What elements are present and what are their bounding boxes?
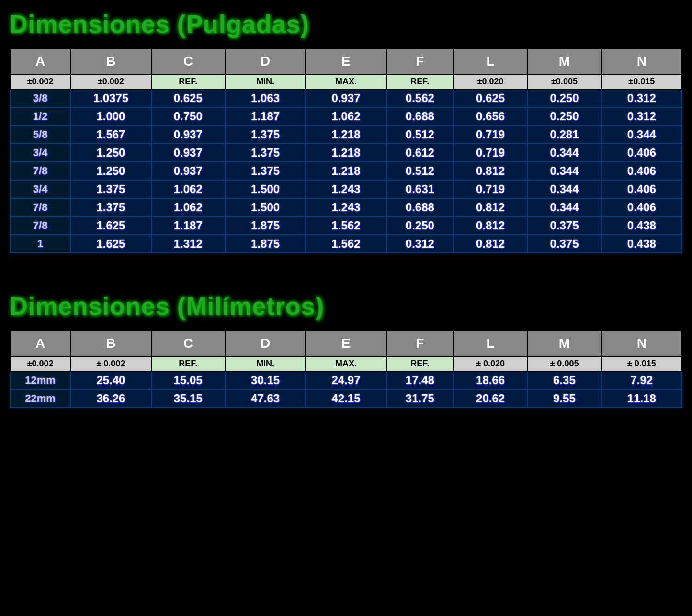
cell-mm-0-6: 18.66 — [454, 371, 527, 389]
cell-inches-7-1: 1.625 — [70, 217, 151, 235]
cell-inches-0-7: 0.250 — [527, 89, 601, 107]
tol-n-inches: ±0.015 — [601, 74, 682, 89]
cell-inches-1-5: 0.688 — [386, 107, 454, 125]
table-row: 3/41.3751.0621.5001.2430.6310.7190.3440.… — [10, 180, 682, 198]
table-row: 1/21.0000.7501.1871.0620.6880.6560.2500.… — [10, 107, 682, 125]
col-header-d: D — [225, 48, 306, 74]
cell-inches-5-8: 0.406 — [601, 180, 682, 198]
cell-inches-3-2: 0.937 — [151, 144, 225, 162]
cell-inches-4-5: 0.512 — [386, 162, 454, 180]
cell-inches-4-6: 0.812 — [454, 162, 527, 180]
tol-c-inches: REF. — [151, 74, 225, 89]
cell-inches-2-2: 0.937 — [151, 125, 225, 144]
cell-inches-8-6: 0.812 — [454, 235, 527, 253]
section-gap — [10, 273, 682, 292]
cell-inches-0-0: 3/8 — [10, 89, 70, 107]
cell-mm-1-6: 20.62 — [454, 389, 527, 408]
cell-inches-8-1: 1.625 — [70, 235, 151, 253]
cell-inches-1-8: 0.312 — [601, 107, 682, 125]
cell-inches-6-0: 7/8 — [10, 198, 70, 217]
cell-inches-5-5: 0.631 — [386, 180, 454, 198]
cell-mm-1-7: 9.55 — [527, 389, 601, 408]
cell-inches-3-1: 1.250 — [70, 144, 151, 162]
col-header-n-mm: N — [601, 331, 682, 356]
col-header-l-mm: L — [454, 331, 527, 356]
table-row: 7/81.6251.1871.8751.5620.2500.8120.3750.… — [10, 217, 682, 235]
cell-inches-8-3: 1.875 — [225, 235, 306, 253]
table-row: 12mm25.4015.0530.1524.9717.4818.666.357.… — [10, 371, 682, 389]
cell-inches-5-4: 1.243 — [306, 180, 386, 198]
tol-e-inches: MAX. — [306, 74, 386, 89]
cell-inches-6-8: 0.406 — [601, 198, 682, 217]
tol-e-mm: MAX. — [306, 356, 386, 371]
cell-inches-6-4: 1.243 — [306, 198, 386, 217]
cell-inches-3-0: 3/4 — [10, 144, 70, 162]
col-header-m-mm: M — [527, 331, 601, 356]
col-header-c-mm: C — [151, 331, 225, 356]
cell-inches-4-0: 7/8 — [10, 162, 70, 180]
cell-mm-0-8: 7.92 — [601, 371, 682, 389]
header-row-mm: A B C D E F L M N — [10, 331, 682, 356]
table-row: 11.6251.3121.8751.5620.3120.8120.3750.43… — [10, 235, 682, 253]
tol-f-mm: REF. — [386, 356, 454, 371]
cell-inches-4-8: 0.406 — [601, 162, 682, 180]
cell-mm-1-5: 31.75 — [386, 389, 454, 408]
cell-inches-3-4: 1.218 — [306, 144, 386, 162]
table-row: 5/81.5670.9371.3751.2180.5120.7190.2810.… — [10, 125, 682, 144]
cell-inches-1-3: 1.187 — [225, 107, 306, 125]
cell-inches-2-1: 1.567 — [70, 125, 151, 144]
cell-inches-0-6: 0.625 — [454, 89, 527, 107]
cell-inches-7-8: 0.438 — [601, 217, 682, 235]
cell-mm-0-1: 25.40 — [70, 371, 151, 389]
cell-inches-1-6: 0.656 — [454, 107, 527, 125]
cell-inches-1-2: 0.750 — [151, 107, 225, 125]
cell-inches-8-7: 0.375 — [527, 235, 601, 253]
cell-mm-1-0: 22mm — [10, 389, 70, 408]
col-header-n: N — [601, 48, 682, 74]
cell-inches-5-0: 3/4 — [10, 180, 70, 198]
cell-inches-6-5: 0.688 — [386, 198, 454, 217]
cell-inches-1-1: 1.000 — [70, 107, 151, 125]
cell-inches-4-2: 0.937 — [151, 162, 225, 180]
cell-inches-8-4: 1.562 — [306, 235, 386, 253]
cell-inches-7-5: 0.250 — [386, 217, 454, 235]
tol-d-inches: MIN. — [225, 74, 306, 89]
cell-mm-0-5: 17.48 — [386, 371, 454, 389]
col-header-c: C — [151, 48, 225, 74]
cell-inches-3-7: 0.344 — [527, 144, 601, 162]
cell-inches-0-4: 0.937 — [306, 89, 386, 107]
cell-inches-2-5: 0.512 — [386, 125, 454, 144]
table-row: 22mm36.2635.1547.6342.1531.7520.629.5511… — [10, 389, 682, 408]
cell-mm-1-1: 36.26 — [70, 389, 151, 408]
table-mm: A B C D E F L M N ±0.002 ± 0.002 REF. MI… — [10, 330, 682, 408]
cell-inches-5-1: 1.375 — [70, 180, 151, 198]
cell-inches-6-1: 1.375 — [70, 198, 151, 217]
tol-c-mm: REF. — [151, 356, 225, 371]
tol-b-mm: ± 0.002 — [70, 356, 151, 371]
cell-inches-3-8: 0.406 — [601, 144, 682, 162]
cell-inches-0-1: 1.0375 — [70, 89, 151, 107]
cell-inches-6-3: 1.500 — [225, 198, 306, 217]
col-header-m: M — [527, 48, 601, 74]
cell-inches-4-4: 1.218 — [306, 162, 386, 180]
col-header-b: B — [70, 48, 151, 74]
table-row: 7/81.2500.9371.3751.2180.5120.8120.3440.… — [10, 162, 682, 180]
cell-inches-1-7: 0.250 — [527, 107, 601, 125]
title-mm: Dimensiones (Milímetros) — [10, 292, 682, 320]
col-header-f: F — [386, 48, 454, 74]
tol-b-inches: ±0.002 — [70, 74, 151, 89]
cell-mm-0-4: 24.97 — [306, 371, 386, 389]
tol-l-mm: ± 0.020 — [454, 356, 527, 371]
cell-mm-0-7: 6.35 — [527, 371, 601, 389]
table-inches: A B C D E F L M N ±0.002 ±0.002 REF. MIN… — [10, 48, 682, 253]
cell-inches-0-3: 1.063 — [225, 89, 306, 107]
cell-inches-0-8: 0.312 — [601, 89, 682, 107]
col-header-a-mm: A — [10, 331, 70, 356]
cell-inches-5-6: 0.719 — [454, 180, 527, 198]
cell-mm-1-4: 42.15 — [306, 389, 386, 408]
cell-inches-7-6: 0.812 — [454, 217, 527, 235]
cell-mm-0-0: 12mm — [10, 371, 70, 389]
tol-f-inches: REF. — [386, 74, 454, 89]
cell-inches-4-3: 1.375 — [225, 162, 306, 180]
table-row: 7/81.3751.0621.5001.2430.6880.8120.3440.… — [10, 198, 682, 217]
